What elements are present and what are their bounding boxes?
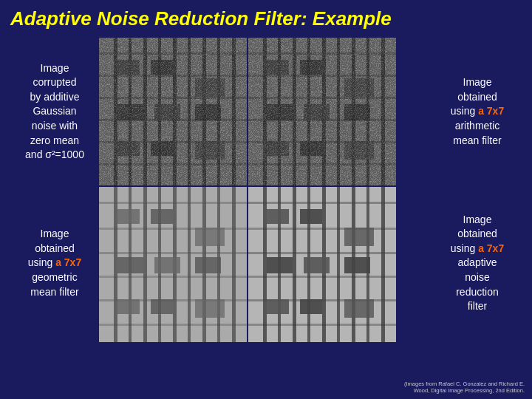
label-top-left: Imagecorrupted by additive Gaussiannoise… [10, 38, 99, 185]
svg-rect-86 [381, 187, 385, 342]
svg-rect-95 [344, 228, 374, 246]
svg-rect-90 [248, 276, 396, 278]
left-labels: Imagecorrupted by additive Gaussiannoise… [10, 38, 99, 378]
svg-rect-74 [117, 299, 140, 314]
svg-rect-25 [99, 38, 247, 185]
svg-rect-97 [304, 257, 330, 273]
svg-rect-62 [99, 202, 247, 204]
image-noisy [99, 38, 247, 185]
svg-rect-67 [99, 324, 247, 326]
right-labels: Imageobtainedusing a 7x7 arithmeticmean … [433, 38, 522, 378]
svg-rect-93 [267, 209, 289, 224]
svg-rect-58 [188, 187, 191, 342]
svg-rect-94 [300, 209, 322, 224]
image-adaptive-filtered [248, 187, 396, 342]
svg-rect-92 [248, 324, 396, 326]
caption-line2: Wood, Digital Image Processing, 2nd Edit… [414, 387, 525, 394]
svg-rect-64 [99, 252, 247, 254]
slide: Adaptive Noise Reduction Filter: Example… [0, 0, 532, 399]
svg-rect-51 [248, 38, 396, 185]
highlight-7x7-arith: a 7x7 [478, 105, 504, 117]
svg-rect-96 [267, 257, 293, 273]
svg-rect-76 [195, 299, 225, 318]
pcb-svg-adaptive [248, 187, 396, 342]
svg-rect-70 [195, 228, 225, 246]
svg-rect-99 [267, 299, 289, 314]
svg-rect-100 [300, 299, 322, 314]
slide-title: Adaptive Noise Reduction Filter: Example [10, 7, 522, 30]
label-bottom-left: Imageobtainedusing a 7x7geometricmean fi… [10, 185, 99, 341]
pcb-svg-noisy [99, 38, 247, 185]
caption: (Images from Rafael C. Gonzalez and Rich… [404, 381, 525, 395]
svg-rect-87 [248, 202, 396, 204]
svg-rect-53 [114, 187, 117, 342]
images-grid [99, 38, 433, 378]
svg-rect-101 [344, 299, 374, 318]
label-top-right: Imageobtainedusing a 7x7 arithmeticmean … [433, 38, 522, 185]
svg-rect-71 [117, 257, 143, 273]
svg-rect-75 [151, 299, 173, 314]
svg-rect-69 [151, 209, 173, 224]
content-area: Imagecorrupted by additive Gaussiannoise… [10, 38, 522, 378]
svg-rect-89 [248, 252, 396, 254]
svg-rect-83 [337, 187, 340, 342]
svg-rect-55 [143, 187, 147, 342]
label-bottom-right: Imageobtainedusing a 7x7adaptivenoisered… [433, 185, 522, 341]
svg-rect-61 [232, 187, 236, 342]
pcb-svg-noisy2 [248, 38, 396, 185]
svg-rect-80 [293, 187, 296, 342]
pcb-svg-geom [99, 187, 247, 342]
arithmetic-text: arithmetic [455, 120, 500, 132]
image-noisy-2 [248, 38, 396, 185]
highlight-7x7-geom: a 7x7 [55, 256, 81, 268]
svg-rect-73 [195, 257, 221, 273]
caption-line1: (Images from Rafael C. Gonzalez and Rich… [404, 381, 525, 387]
svg-rect-72 [154, 257, 180, 273]
image-geometric-filtered [99, 187, 247, 342]
svg-rect-78 [263, 187, 267, 342]
highlight-7x7-adapt: a 7x7 [478, 242, 504, 254]
svg-rect-65 [99, 276, 247, 278]
svg-rect-68 [117, 209, 140, 224]
svg-rect-98 [344, 257, 370, 273]
by-additive-text: by additive [30, 91, 80, 103]
